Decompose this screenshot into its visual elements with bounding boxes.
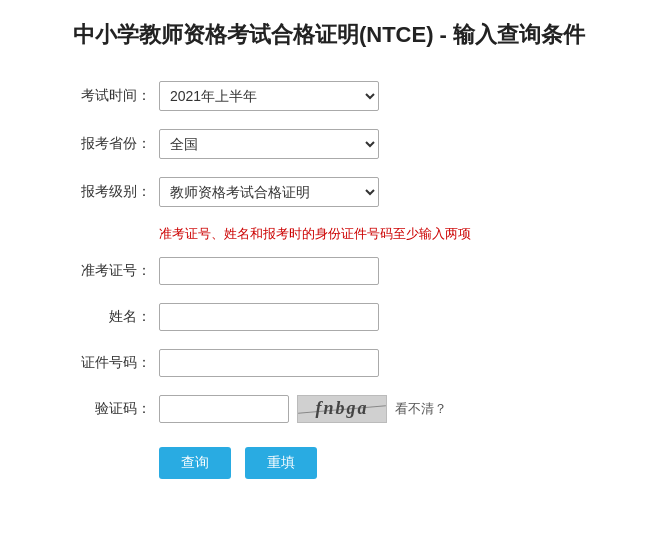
form-area: 考试时间 2021年上半年 2020年下半年 2020年上半年 2019年下半年…: [69, 81, 589, 479]
captcha-group: fnbga 看不清？: [159, 395, 447, 423]
province-row: 报考省份 全国 北京 上海 广东 浙江: [69, 129, 589, 159]
id-number-row: 证件号码: [69, 349, 589, 377]
captcha-row: 验证码 fnbga 看不清？: [69, 395, 589, 423]
id-number-label: 证件号码: [69, 354, 159, 372]
captcha-label: 验证码: [69, 400, 159, 418]
province-label: 报考省份: [69, 135, 159, 153]
name-row: 姓名: [69, 303, 589, 331]
level-select[interactable]: 教师资格考试合格证明 幼儿园 小学 初中 高中: [159, 177, 379, 207]
page-container: 中小学教师资格考试合格证明(NTCE) - 输入查询条件 考试时间 2021年上…: [0, 0, 658, 544]
exam-time-select[interactable]: 2021年上半年 2020年下半年 2020年上半年 2019年下半年 2019…: [159, 81, 379, 111]
province-select[interactable]: 全国 北京 上海 广东 浙江: [159, 129, 379, 159]
page-title: 中小学教师资格考试合格证明(NTCE) - 输入查询条件: [30, 20, 628, 51]
query-button[interactable]: 查询: [159, 447, 231, 479]
level-label: 报考级别: [69, 183, 159, 201]
captcha-refresh[interactable]: 看不清？: [395, 400, 447, 418]
captcha-text: fnbga: [315, 398, 368, 419]
captcha-image[interactable]: fnbga: [297, 395, 387, 423]
button-row: 查询 重填: [159, 447, 589, 479]
error-message: 准考证号、姓名和报考时的身份证件号码至少输入两项: [159, 225, 589, 243]
name-label: 姓名: [69, 308, 159, 326]
exam-time-row: 考试时间 2021年上半年 2020年下半年 2020年上半年 2019年下半年…: [69, 81, 589, 111]
name-input[interactable]: [159, 303, 379, 331]
exam-number-input[interactable]: [159, 257, 379, 285]
id-number-input[interactable]: [159, 349, 379, 377]
exam-number-label: 准考证号: [69, 262, 159, 280]
exam-number-row: 准考证号: [69, 257, 589, 285]
reset-button[interactable]: 重填: [245, 447, 317, 479]
captcha-input[interactable]: [159, 395, 289, 423]
level-row: 报考级别 教师资格考试合格证明 幼儿园 小学 初中 高中: [69, 177, 589, 207]
exam-time-label: 考试时间: [69, 87, 159, 105]
